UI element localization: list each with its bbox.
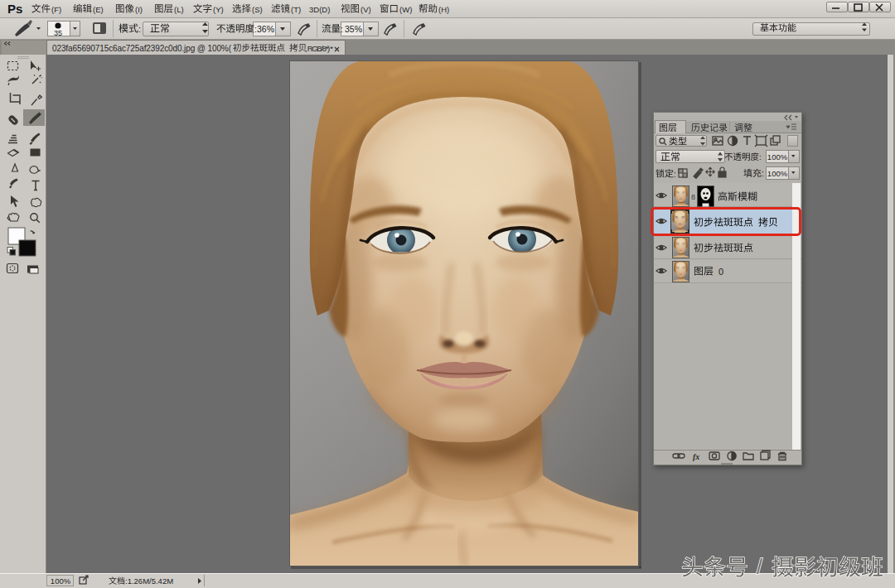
svg-text:(Y): (Y) xyxy=(213,5,224,14)
svg-text:35: 35 xyxy=(54,29,62,37)
svg-text::: : xyxy=(762,169,764,178)
svg-text::: : xyxy=(674,170,676,179)
svg-text::: : xyxy=(138,24,141,34)
svg-text:(T): (T) xyxy=(291,5,301,14)
svg-text:(S): (S) xyxy=(252,5,263,14)
svg-text:/: / xyxy=(757,555,762,578)
svg-text:(V): (V) xyxy=(360,5,371,14)
svg-text:(W): (W) xyxy=(399,5,412,14)
svg-text:35%: 35% xyxy=(345,24,362,34)
svg-text:Ps: Ps xyxy=(7,2,22,16)
svg-text:100%: 100% xyxy=(767,152,788,161)
svg-text:(E): (E) xyxy=(93,5,104,14)
svg-text:023fa65690715c6ac725af2392c0d0: 023fa65690715c6ac725af2392c0d0.jpg @ 100… xyxy=(52,44,232,53)
svg-text:(F): (F) xyxy=(51,5,61,14)
svg-text:36%: 36% xyxy=(257,24,274,34)
svg-text:3D(D): 3D(D) xyxy=(309,5,330,14)
svg-text:(I): (I) xyxy=(135,5,143,14)
svg-text::: : xyxy=(759,152,762,161)
svg-text:100%: 100% xyxy=(767,169,788,178)
svg-text::1.26M/5.42M: :1.26M/5.42M xyxy=(125,576,173,586)
svg-text:(L): (L) xyxy=(174,5,184,14)
svg-text:100%: 100% xyxy=(51,576,71,586)
svg-text::: : xyxy=(341,24,343,34)
svg-text:, RGB/8*) *: , RGB/8*) * xyxy=(305,44,333,53)
svg-text:0: 0 xyxy=(718,267,723,277)
svg-text:(H): (H) xyxy=(438,5,449,14)
